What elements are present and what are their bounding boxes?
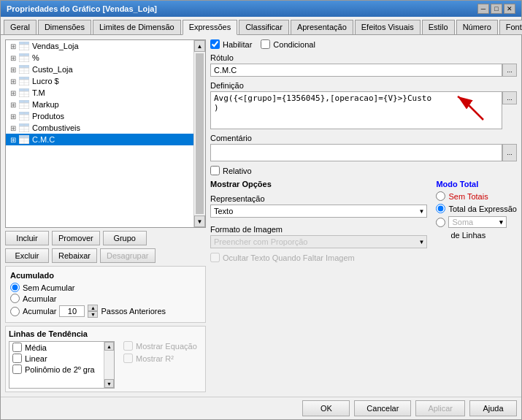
scroll-up-button[interactable]: ▲ <box>194 40 205 52</box>
soma-radio-item[interactable] <box>436 218 445 227</box>
representacao-group: Representação Texto Linha Símbolo Marcas… <box>210 194 427 218</box>
tree-item-markup[interactable]: ⊞ Markup <box>6 99 193 110</box>
tree-item-lucro[interactable]: ⊞ Lucro $ <box>6 75 193 87</box>
polinomio-checkbox[interactable] <box>12 364 22 374</box>
soma-select[interactable]: Soma <box>448 216 507 228</box>
arrow-annotation <box>443 91 487 126</box>
tree-item-tm[interactable]: ⊞ T.M <box>6 87 193 99</box>
excluir-button[interactable]: Excluir <box>5 248 49 263</box>
tab-apresentacao[interactable]: Apresentação <box>291 20 353 34</box>
tab-estilo[interactable]: Estilo <box>422 20 455 34</box>
passos-input[interactable] <box>59 305 85 317</box>
tendencia-right: Mostrar Equação Mostrar R² <box>119 341 197 389</box>
relativo-checkbox[interactable] <box>210 166 220 175</box>
tab-limites[interactable]: Limites de Dimensão <box>93 20 181 34</box>
spin-up-button[interactable]: ▲ <box>88 305 98 311</box>
incluir-button[interactable]: Incluir <box>5 231 49 245</box>
definicao-box[interactable]: Avg({<[grupo]={1356045},[operacao]={V}>}… <box>210 91 502 129</box>
acumular-radio[interactable] <box>10 294 20 303</box>
total-expressao-option[interactable]: Total da Expressão <box>436 204 517 213</box>
sem-acumular-radio[interactable] <box>10 283 20 292</box>
tendencia-linear[interactable]: Linear <box>9 353 104 364</box>
spin-down-button[interactable]: ▼ <box>88 311 98 318</box>
rebaixar-button[interactable]: Rebaixar <box>52 248 97 263</box>
mostrar-r2-checkbox[interactable] <box>123 354 133 363</box>
scroll-down-button[interactable]: ▼ <box>194 215 205 227</box>
grupo-button[interactable]: Grupo <box>103 231 147 245</box>
acumular-option[interactable]: Acumular <box>10 294 201 303</box>
condicional-item[interactable]: Condicional <box>261 39 315 49</box>
sem-totais-option[interactable]: Sem Totais <box>436 191 517 201</box>
promover-button[interactable]: Promover <box>52 231 100 245</box>
comentario-input[interactable] <box>210 144 502 161</box>
acumular-passos-radio[interactable] <box>10 307 20 316</box>
cancel-button[interactable]: Cancelar <box>354 400 411 416</box>
sem-totais-radio[interactable] <box>436 191 445 201</box>
tab-fonte[interactable]: Fonte <box>499 20 522 34</box>
relativo-item[interactable]: Relativo <box>210 166 517 175</box>
rotulo-group: Rótulo ... <box>210 53 517 77</box>
maximize-button[interactable]: □ <box>491 4 502 14</box>
close-button[interactable]: ✕ <box>504 4 515 14</box>
tab-dimensoes[interactable]: Dimensões <box>38 20 91 34</box>
right-panel: Habilitar Condicional Rótulo ... Definiç… <box>210 39 517 392</box>
rotulo-browse-button[interactable]: ... <box>502 64 517 77</box>
top-checkboxes: Habilitar Condicional <box>210 39 517 49</box>
modo-total-section: Modo Total Sem Totais Total da Expressão <box>436 180 517 262</box>
tab-geral[interactable]: Geral <box>4 20 37 34</box>
ocultar-texto-item[interactable]: Ocultar Texto Quando Faltar Imagem <box>210 253 427 262</box>
sem-totais-label: Sem Totais <box>448 192 488 201</box>
soma-radio[interactable] <box>436 218 445 227</box>
ok-button[interactable]: OK <box>302 400 350 416</box>
help-button[interactable]: Ajuda <box>469 400 517 416</box>
sem-acumular-option[interactable]: Sem Acumular <box>10 283 201 292</box>
tab-expressoes[interactable]: Expressões <box>183 20 237 35</box>
representacao-select[interactable]: Texto Linha Símbolo Marcas de Medida <box>210 205 427 218</box>
definicao-group: Definição Avg({<[grupo]={1356045},[opera… <box>210 81 517 129</box>
comentario-browse-button[interactable]: ... <box>502 144 517 161</box>
habilitar-checkbox[interactable] <box>210 39 220 49</box>
tree-item-cmc[interactable]: ⊞ C.M.C <box>6 134 193 145</box>
tab-bar: Geral Dimensões Limites de Dimensão Expr… <box>1 17 521 35</box>
tree-item-combustiveis[interactable]: ⊞ Combustiveis <box>6 122 193 134</box>
tree-item-vendas[interactable]: ⊞ Vendas_Loja <box>6 40 193 52</box>
definicao-container: Avg({<[grupo]={1356045},[operacao]={V}>}… <box>210 91 517 129</box>
de-linhas-label: de Linhas <box>436 231 517 240</box>
expander-icon: ⊞ <box>7 112 19 121</box>
mostrar-equacao-item[interactable]: Mostrar Equação <box>123 341 197 351</box>
expander-icon: ⊞ <box>7 42 19 50</box>
desagrupar-button[interactable]: Desagrupar <box>100 248 155 263</box>
habilitar-item[interactable]: Habilitar <box>210 39 252 49</box>
media-checkbox[interactable] <box>12 343 22 352</box>
tendencia-polinomio[interactable]: Polinômio de 2º gra <box>9 364 104 375</box>
tree-item-percent[interactable]: ⊞ % <box>6 52 193 64</box>
tab-efeitos[interactable]: Efeitos Visuais <box>355 20 421 34</box>
acumular-passos-option[interactable]: Acumular ▲ ▼ Passos Anteriores <box>10 305 201 318</box>
condicional-checkbox[interactable] <box>261 39 270 49</box>
mostrar-equacao-checkbox[interactable] <box>123 341 133 351</box>
tendencia-scrollbar: ▲ ▼ <box>104 342 114 388</box>
tree-item-produtos[interactable]: ⊞ Produtos <box>6 110 193 122</box>
scroll-thumb <box>196 53 204 214</box>
tree-item-custo[interactable]: ⊞ Custo_Loja <box>6 64 193 75</box>
modo-total-title: Modo Total <box>436 180 517 188</box>
ocultar-texto-checkbox[interactable] <box>210 253 220 262</box>
linear-checkbox[interactable] <box>12 354 22 363</box>
total-expressao-radio[interactable] <box>436 204 445 213</box>
rotulo-input[interactable] <box>210 64 502 77</box>
mostrar-r2-item[interactable]: Mostrar R² <box>123 354 197 363</box>
formato-imagem-select[interactable]: Preencher com Proporção Esticar Sem Esti… <box>210 235 427 248</box>
expander-icon: ⊞ <box>7 77 19 85</box>
representacao-select-wrapper: Texto Linha Símbolo Marcas de Medida <box>210 205 427 218</box>
tendencia-scroll-up[interactable]: ▲ <box>104 342 114 351</box>
tree-label: C.M.C <box>32 135 55 144</box>
tendencia-media[interactable]: Média <box>9 342 104 353</box>
expander-icon: ⊞ <box>7 66 19 74</box>
minimize-button[interactable]: ─ <box>477 4 489 14</box>
definicao-browse-button[interactable]: ... <box>502 91 517 104</box>
comentario-group: Comentário ... <box>210 134 517 161</box>
tendencia-scroll-down[interactable]: ▼ <box>104 379 114 388</box>
tab-numero[interactable]: Número <box>456 20 498 34</box>
apply-button[interactable]: Aplicar <box>415 400 465 416</box>
tab-classificar[interactable]: Classificar <box>239 20 289 34</box>
